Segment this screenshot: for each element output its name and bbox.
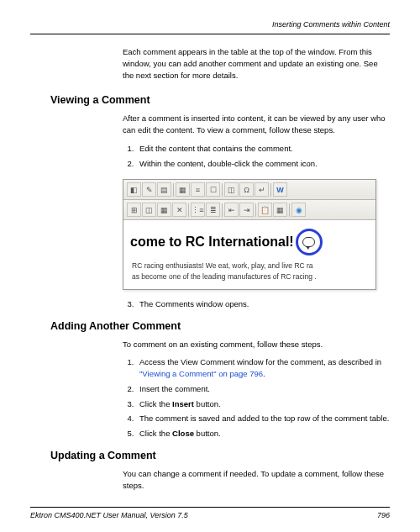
sample-headline: come to RC International!	[130, 234, 294, 250]
list-item: The Comments window opens.	[136, 298, 390, 310]
globe-icon: ◉	[291, 203, 306, 217]
toolbar-button: ☐	[206, 182, 220, 197]
toolbar-button: W	[273, 182, 287, 197]
list-item: The comment is saved and added to the to…	[136, 413, 390, 424]
highlight-circle	[296, 229, 323, 255]
comment-icon	[302, 237, 315, 247]
adding-lead: To comment on an existing comment, follo…	[123, 339, 390, 350]
sample-body-line2: as become one of the leading manufacture…	[130, 271, 369, 282]
editor-screenshot: ◧ ✎ ▤ ▦ ≡ ☐ ◫ Ω ↵ W ⊞ ◫ ▦ ✕ ⋮≡ ≣ ⇤ ⇥ 📋	[123, 179, 376, 290]
footer-manual-title: Ektron CMS400.NET User Manual, Version 7…	[30, 511, 188, 519]
list-item: Within the content, double-click the com…	[136, 158, 390, 170]
toolbar-button: ⇥	[239, 203, 254, 217]
toolbar-button: ✎	[142, 182, 156, 197]
footer: Ektron CMS400.NET User Manual, Version 7…	[30, 507, 390, 519]
page: Inserting Comments within Content Each c…	[0, 0, 420, 532]
toolbar-button: ▤	[157, 182, 171, 197]
toolbar-button: ↵	[255, 182, 269, 197]
intro-paragraph: Each comment appears in the table at the…	[123, 46, 390, 81]
list-item: Click the Close button.	[136, 428, 390, 440]
heading-updating: Updating a Comment	[50, 450, 390, 461]
adding-steps: Access the View Comment window for the c…	[123, 356, 390, 440]
heading-viewing: Viewing a Comment	[50, 94, 390, 106]
toolbar-button: ▦	[273, 203, 287, 217]
updating-lead: You can change a comment if needed. To u…	[123, 468, 390, 492]
toolbar-button: ◫	[224, 182, 239, 197]
toolbar-button: ⋮≡	[191, 203, 205, 217]
list-item: Click the Insert button.	[136, 398, 390, 410]
toolbar-button: ▦	[157, 203, 171, 217]
toolbar-button: ◫	[142, 203, 156, 217]
viewing-steps-before: Edit the content that contains the comme…	[123, 143, 390, 170]
page-number: 796	[377, 511, 390, 519]
sample-body-line1: RC racing enthusiasts! We eat, work, pla…	[130, 261, 369, 271]
editor-toolbar-row-2: ⊞ ◫ ▦ ✕ ⋮≡ ≣ ⇤ ⇥ 📋 ▦ ◉	[123, 200, 375, 220]
viewing-lead: After a comment is inserted into content…	[123, 113, 390, 136]
toolbar-button: ⊞	[127, 203, 141, 217]
toolbar-button: ≣	[206, 203, 220, 217]
toolbar-button: ▦	[176, 182, 190, 197]
editor-content-pane: come to RC International! RC racing enth…	[123, 220, 375, 289]
toolbar-button: Ω	[239, 182, 254, 197]
list-item: Insert the comment.	[136, 383, 390, 395]
heading-adding: Adding Another Comment	[50, 320, 390, 332]
header-rule	[30, 34, 390, 34]
editor-toolbar-row-1: ◧ ✎ ▤ ▦ ≡ ☐ ◫ Ω ↵ W	[123, 180, 375, 200]
viewing-steps-after: The Comments window opens.	[123, 298, 390, 310]
list-item: Edit the content that contains the comme…	[136, 143, 390, 155]
cross-reference-link[interactable]: "Viewing a Comment" on page 796	[139, 369, 263, 378]
running-header: Inserting Comments within Content	[30, 20, 390, 29]
toolbar-button: ✕	[172, 203, 186, 217]
toolbar-button: ⇤	[224, 203, 239, 217]
toolbar-button: ≡	[191, 182, 205, 197]
clipboard-icon: 📋	[258, 203, 272, 217]
toolbar-button: ◧	[127, 182, 141, 197]
list-item: Access the View Comment window for the c…	[136, 356, 390, 380]
